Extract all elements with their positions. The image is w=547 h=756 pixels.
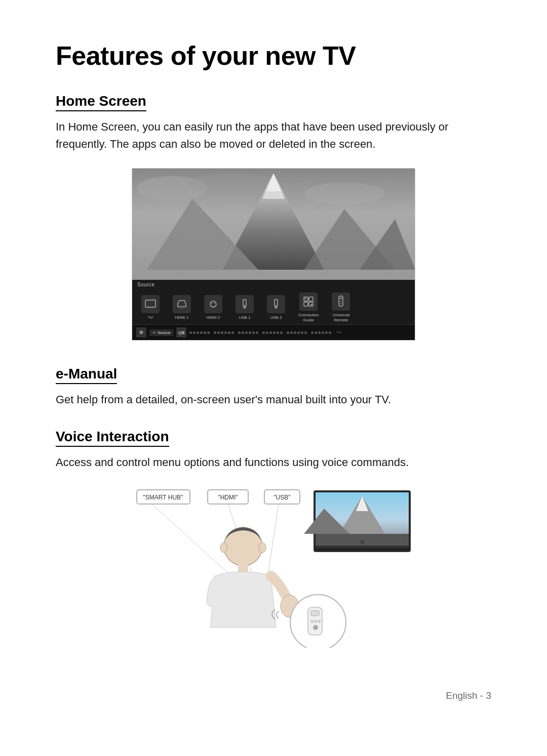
home-screen-section: Home Screen In Home Screen, you can easi…	[56, 93, 491, 341]
svg-point-27	[305, 298, 306, 300]
svg-rect-24	[309, 297, 313, 301]
tv-bottom-source-btn: ⤶ Source	[149, 329, 173, 336]
voice-interaction-heading: Voice Interaction	[56, 429, 169, 447]
svg-point-3	[304, 183, 385, 205]
svg-rect-43	[316, 545, 409, 548]
svg-point-28	[311, 304, 312, 306]
tv-search-icon: Q⊞	[176, 327, 186, 338]
tv-icon-usb2-symbol	[267, 295, 285, 313]
svg-point-62	[314, 620, 317, 623]
svg-point-15	[211, 303, 212, 304]
tv-mountain-image	[132, 169, 415, 280]
tv-icon-connection-guide: ConnectionGuide	[298, 292, 319, 322]
svg-point-61	[310, 620, 314, 623]
svg-rect-13	[180, 307, 184, 308]
tv-label-hdmi2: HDMI 2	[206, 315, 220, 320]
svg-rect-32	[340, 298, 342, 299]
svg-rect-25	[304, 302, 308, 306]
voice-interaction-section: Voice Interaction Access and control men…	[56, 429, 491, 649]
svg-rect-17	[243, 300, 246, 306]
svg-point-63	[318, 620, 321, 623]
tv-source-bar: Source	[132, 280, 415, 288]
svg-point-55	[259, 542, 266, 553]
tv-icon-hdmi1-symbol	[173, 295, 191, 313]
tv-label-usb1: USB 1	[239, 315, 250, 320]
svg-point-64	[313, 625, 318, 630]
tv-icon-hdmi2: HDMI 2	[204, 295, 222, 320]
tv-source-label: Source	[137, 282, 155, 287]
svg-text:"SMART HUB": "SMART HUB"	[143, 494, 183, 501]
tv-icon-symbol	[141, 295, 160, 313]
svg-line-52	[268, 504, 279, 572]
tv-icon-usb2: USB 2	[267, 295, 285, 320]
page-title: Features of your new TV	[56, 40, 491, 71]
tv-label-usb2: USB 2	[270, 315, 282, 320]
tv-icon-hdmi2-symbol	[204, 295, 222, 313]
tv-screenshot: Source TV	[132, 168, 415, 341]
tv-icons-row: TV HDMI 1	[132, 288, 415, 324]
tv-label-hdmi1: HDMI 1	[175, 315, 188, 320]
tv-label-connection-guide: ConnectionGuide	[298, 313, 319, 322]
tv-settings-icon: ⚙	[136, 327, 146, 338]
home-screen-body: In Home Screen, you can easily run the a…	[56, 118, 491, 153]
svg-point-14	[210, 301, 216, 307]
tv-icon-usb1: USB 1	[236, 295, 254, 320]
voice-interaction-body: Access and control menu options and func…	[56, 454, 491, 471]
svg-rect-21	[275, 306, 278, 308]
tv-bottom-dots: •••	[189, 330, 411, 335]
home-screen-heading: Home Screen	[56, 93, 146, 111]
svg-rect-10	[145, 300, 155, 307]
e-manual-heading: e-Manual	[56, 366, 117, 384]
tv-bottom-bar: ⚙ ⤶ Source Q⊞	[132, 324, 415, 340]
svg-text:"HDMI": "HDMI"	[218, 494, 238, 501]
tv-label-universal-remote: UniversalRemote	[333, 313, 349, 322]
svg-point-42	[360, 540, 364, 544]
tv-icon-usb1-symbol	[236, 295, 254, 313]
svg-rect-18	[243, 306, 246, 308]
svg-point-16	[214, 303, 215, 304]
e-manual-body: Get help from a detailed, on-screen user…	[56, 391, 491, 408]
svg-rect-20	[275, 300, 278, 306]
tv-icon-universal-remote-symbol	[332, 292, 350, 311]
tv-icon-hdmi1: HDMI 1	[173, 295, 191, 320]
tv-icon-connection-guide-symbol	[299, 292, 318, 311]
tv-icon-universal-remote: UniversalRemote	[332, 292, 350, 322]
svg-text:"USB": "USB"	[274, 494, 290, 501]
tv-label-tv: TV	[148, 315, 153, 320]
e-manual-section: e-Manual Get help from a detailed, on-sc…	[56, 366, 491, 408]
footer-text: English - 3	[56, 680, 491, 701]
voice-illustration: "SMART HUB" "HDMI" "USB"	[132, 486, 415, 650]
svg-rect-60	[311, 611, 319, 616]
svg-point-34	[340, 303, 341, 304]
svg-point-33	[340, 301, 341, 302]
svg-point-54	[220, 542, 227, 553]
tv-icon-tv: TV	[141, 295, 160, 320]
